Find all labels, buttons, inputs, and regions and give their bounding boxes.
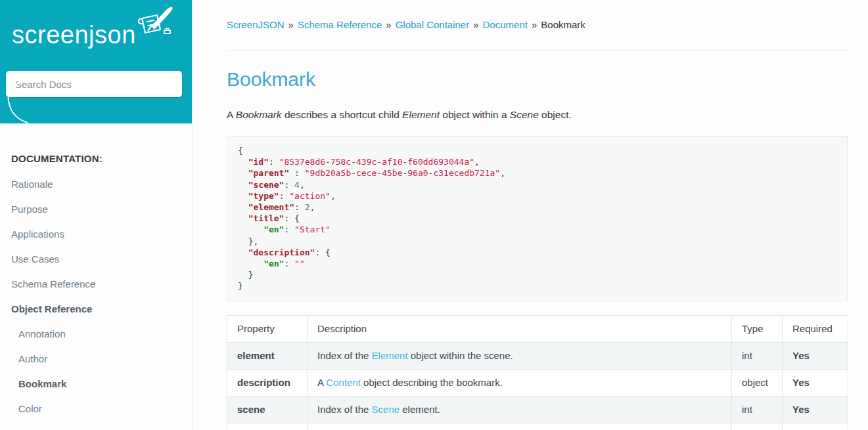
sidebar-item-applications[interactable]: Applications <box>0 222 192 247</box>
sidebar-item-annotation[interactable]: Annotation <box>0 322 192 347</box>
sidebar-section-label: DOCUMENTATION: <box>11 153 192 164</box>
code-token: : { <box>284 213 299 223</box>
code-token <box>238 180 248 190</box>
code-token: : <box>284 225 294 234</box>
description-link[interactable]: Scene <box>372 404 400 415</box>
code-token: } <box>238 281 243 291</box>
type-cell: int <box>732 396 783 423</box>
code-token: 4 <box>294 180 300 190</box>
table-row: sceneIndex of the Scene element.intYes <box>227 396 848 423</box>
code-token: : { <box>315 247 330 257</box>
description-text: object within the scene. <box>408 350 513 361</box>
code-token <box>238 259 263 269</box>
properties-table: PropertyDescriptionTypeRequired elementI… <box>227 315 848 430</box>
empty-cell <box>732 423 783 430</box>
code-token: "en" <box>263 259 284 269</box>
code-token: : <box>289 168 304 178</box>
table-body: elementIndex of the Element object withi… <box>227 342 848 430</box>
code-token: : <box>284 259 294 269</box>
sidebar-item-author[interactable]: Author <box>0 347 192 372</box>
sidebar-item-color[interactable]: Color <box>0 397 192 421</box>
decorative-swash <box>0 72 46 123</box>
intro-text: A <box>227 109 236 120</box>
sidebar-item-purpose[interactable]: Purpose <box>0 197 192 222</box>
breadcrumb-separator: » <box>288 19 294 30</box>
column-header-description: Description <box>308 315 732 342</box>
code-token: , <box>310 202 315 212</box>
description-text: Index of the <box>317 350 372 361</box>
code-token <box>238 157 248 167</box>
code-token: : <box>279 191 290 201</box>
intro-text: Bookmark <box>236 109 282 120</box>
code-token <box>238 247 248 257</box>
sidebar-item-schema-reference[interactable]: Schema Reference <box>0 272 192 297</box>
breadcrumb-separator: » <box>532 19 537 30</box>
required-cell: Yes <box>783 369 848 396</box>
required-cell: Yes <box>783 342 848 369</box>
breadcrumb-link[interactable]: ScreenJSON <box>227 19 285 30</box>
description-text: object describing the bookmark. <box>361 377 503 388</box>
code-token: } <box>238 270 253 280</box>
property-cell: scene <box>227 396 308 423</box>
code-token: : <box>284 180 294 190</box>
description-cell: Index of the Element object within the s… <box>308 342 732 369</box>
code-token: "type" <box>248 191 279 201</box>
sidebar-nav: RationalePurposeApplicationsUse CasesSch… <box>0 172 192 421</box>
code-token: , <box>331 191 336 201</box>
description-text: element. <box>400 404 440 415</box>
intro-text: Element <box>402 109 440 120</box>
property-cell: element <box>227 342 308 369</box>
breadcrumb: ScreenJSON»Schema Reference»Global Conta… <box>227 18 868 32</box>
main-content: ScreenJSON»Schema Reference»Global Conta… <box>193 0 868 430</box>
description-link[interactable]: Element <box>372 350 408 361</box>
property-cell: description <box>227 369 308 396</box>
code-token: "en" <box>263 225 284 234</box>
quill-scroll-icon <box>134 5 175 42</box>
intro-text: object within a <box>440 109 510 120</box>
json-code: { "id": "8537e8d6-758c-439c-af10-f60dd69… <box>238 146 505 291</box>
table-header-row: PropertyDescriptionTypeRequired <box>227 315 848 342</box>
description-cell: A Content object describing the bookmark… <box>308 369 732 396</box>
code-token: "action" <box>289 191 331 201</box>
sidebar-item-object-reference[interactable]: Object Reference <box>0 297 192 322</box>
intro-text: describes a shortcut child <box>282 109 403 120</box>
code-token <box>238 225 263 234</box>
intro-text: object. <box>539 109 572 120</box>
column-header-property: Property <box>227 315 308 342</box>
table-row: elementIndex of the Element object withi… <box>227 342 848 369</box>
code-token: "title" <box>248 213 285 223</box>
intro-paragraph: A Bookmark describes a shortcut child El… <box>227 109 848 121</box>
code-token: : <box>269 157 279 167</box>
code-token: "" <box>294 259 305 269</box>
breadcrumb-separator: » <box>473 19 478 30</box>
sidebar-item-use-cases[interactable]: Use Cases <box>0 247 192 272</box>
sidebar-item-rationale[interactable]: Rationale <box>0 172 192 197</box>
breadcrumb-link[interactable]: Schema Reference <box>298 19 382 30</box>
intro-text: Scene <box>510 109 539 120</box>
code-token: }, <box>238 236 258 246</box>
sidebar-item-bookmark[interactable]: Bookmark <box>0 372 192 397</box>
code-token: , <box>300 180 305 190</box>
table-row-partial <box>227 423 848 430</box>
brand-header: screenjson <box>0 0 192 123</box>
type-cell: object <box>732 369 783 396</box>
empty-cell <box>783 423 848 430</box>
code-token <box>238 213 248 223</box>
breadcrumb-separator: » <box>386 19 391 30</box>
json-code-block[interactable]: { "id": "8537e8d6-758c-439c-af10-f60dd69… <box>227 136 848 301</box>
description-text: A <box>317 377 326 388</box>
page-title: Bookmark <box>227 68 868 91</box>
code-token: "element" <box>248 202 294 212</box>
breadcrumb-link[interactable]: Document <box>483 19 528 30</box>
logo-text[interactable]: screenjson <box>12 21 136 49</box>
description-cell: Index of the Scene element. <box>308 396 732 423</box>
table-row: descriptionA Content object describing t… <box>227 369 848 396</box>
code-token: , <box>474 157 480 167</box>
code-token: "id" <box>248 157 269 167</box>
description-link[interactable]: Content <box>326 377 361 388</box>
sidebar: screenjson DOCUMENTATION: RationalePurpo… <box>0 0 193 430</box>
description-text: Index of the <box>317 404 372 415</box>
breadcrumb-link[interactable]: Global Container <box>396 19 470 30</box>
code-token <box>238 202 248 212</box>
code-token: { <box>238 146 243 156</box>
